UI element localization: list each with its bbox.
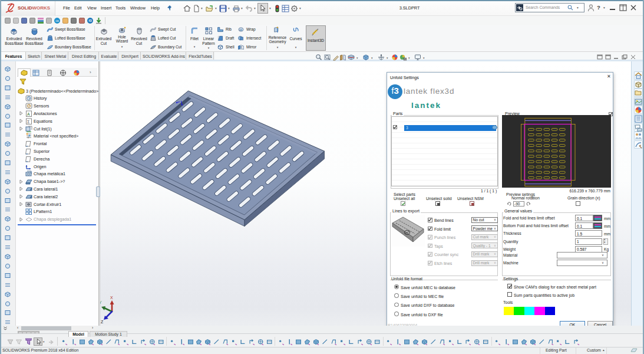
svg-text:X: X xyxy=(110,296,113,300)
svg-text:Z: Z xyxy=(101,320,104,323)
svg-text:Σ: Σ xyxy=(27,119,30,123)
svg-text:A: A xyxy=(27,112,30,116)
